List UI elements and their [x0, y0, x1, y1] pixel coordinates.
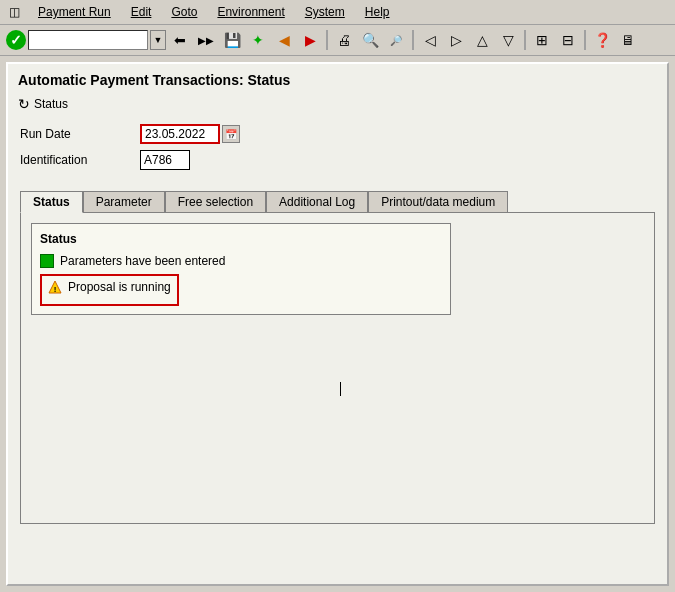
- tab-parameter[interactable]: Parameter: [83, 191, 165, 213]
- status-refresh-icon: ↻: [18, 96, 30, 112]
- command-dropdown[interactable]: ▼: [150, 30, 166, 50]
- left-btn[interactable]: ◁: [418, 28, 442, 52]
- tab-free-selection[interactable]: Free selection: [165, 191, 266, 213]
- identification-input[interactable]: [140, 150, 190, 170]
- menu-goto[interactable]: Goto: [167, 3, 201, 21]
- window-inner: Automatic Payment Transactions: Status ↻…: [6, 62, 669, 586]
- nav-forward-small[interactable]: ▶▶: [194, 28, 218, 52]
- menu-help[interactable]: Help: [361, 3, 394, 21]
- nav-back-btn[interactable]: ⬅: [168, 28, 192, 52]
- status-parameters-text: Parameters have been entered: [60, 254, 225, 268]
- status-item-parameters: Parameters have been entered: [40, 254, 442, 268]
- tab-additional-log[interactable]: Additional Log: [266, 191, 368, 213]
- identification-row: Identification: [20, 150, 655, 170]
- run-date-row: Run Date 📅: [20, 124, 655, 144]
- monitor-btn[interactable]: 🖥: [616, 28, 640, 52]
- shortcut-btn[interactable]: ✦: [246, 28, 270, 52]
- find-next-btn[interactable]: 🔎: [384, 28, 408, 52]
- menu-environment[interactable]: Environment: [213, 3, 288, 21]
- tabs-container: Status Parameter Free selection Addition…: [12, 190, 663, 212]
- status-label-row: ↻ Status: [12, 94, 663, 118]
- svg-text:!: !: [54, 285, 57, 294]
- green-square-icon: [40, 254, 54, 268]
- tab-status[interactable]: Status: [20, 191, 83, 213]
- run-date-input[interactable]: [140, 124, 220, 144]
- right-btn[interactable]: ▷: [444, 28, 468, 52]
- status-indicator: ✓: [6, 30, 26, 50]
- tab-content: Status Parameters have been entered !: [20, 212, 655, 524]
- grid-btn2[interactable]: ⊟: [556, 28, 580, 52]
- form-area: Run Date 📅 Identification: [12, 118, 663, 182]
- toolbar: ✓ ▼ ⬅ ▶▶ 💾 ✦ ◀ ▶ 🖨 🔍 🔎 ◁ ▷ △ ▽ ⊞ ⊟ ❓ 🖥: [0, 25, 675, 56]
- menu-system[interactable]: System: [301, 3, 349, 21]
- status-box-title: Status: [40, 232, 442, 246]
- sep4: [584, 30, 586, 50]
- app-icon: ◫: [6, 4, 22, 20]
- menu-edit[interactable]: Edit: [127, 3, 156, 21]
- sep2: [412, 30, 414, 50]
- command-input-wrap: ▼: [28, 30, 166, 50]
- sep3: [524, 30, 526, 50]
- identification-label: Identification: [20, 153, 140, 167]
- menu-bar: ◫ Payment Run Edit Goto Environment Syst…: [0, 0, 675, 25]
- menu-payment-run[interactable]: Payment Run: [34, 3, 115, 21]
- save-btn[interactable]: 💾: [220, 28, 244, 52]
- status-box: Status Parameters have been entered !: [31, 223, 451, 315]
- proposal-highlight-box: ! Proposal is running: [40, 274, 179, 306]
- window-title: Automatic Payment Transactions: Status: [12, 68, 663, 94]
- calendar-button[interactable]: 📅: [222, 125, 240, 143]
- down-btn[interactable]: ▽: [496, 28, 520, 52]
- status-proposal-text: Proposal is running: [68, 280, 171, 294]
- main-window: Automatic Payment Transactions: Status ↻…: [0, 56, 675, 592]
- cursor-area: [338, 382, 341, 399]
- print-btn[interactable]: 🖨: [332, 28, 356, 52]
- help-btn[interactable]: ❓: [590, 28, 614, 52]
- status-item-proposal: ! Proposal is running: [48, 280, 171, 294]
- warning-triangle-icon: !: [48, 280, 62, 294]
- tab-printout[interactable]: Printout/data medium: [368, 191, 508, 213]
- command-input[interactable]: [28, 30, 148, 50]
- run-date-label: Run Date: [20, 127, 140, 141]
- up-btn[interactable]: △: [470, 28, 494, 52]
- status-label: Status: [34, 97, 68, 111]
- grid-btn1[interactable]: ⊞: [530, 28, 554, 52]
- find-btn[interactable]: 🔍: [358, 28, 382, 52]
- fwd-btn2[interactable]: ▶: [298, 28, 322, 52]
- sep1: [326, 30, 328, 50]
- text-cursor: [340, 382, 341, 396]
- back-btn2[interactable]: ◀: [272, 28, 296, 52]
